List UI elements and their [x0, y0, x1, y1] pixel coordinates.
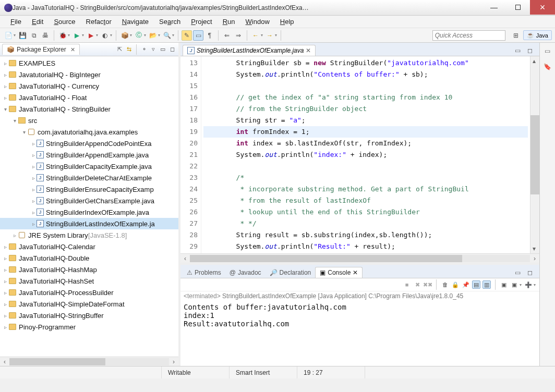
- tree-item[interactable]: ▾src: [0, 115, 178, 126]
- search-icon[interactable]: 🔍: [162, 30, 172, 41]
- tree-item[interactable]: ▹JavaTutorialHQ-ProcessBuilder: [0, 287, 178, 298]
- open-perspective-icon[interactable]: ⊞: [511, 30, 521, 41]
- annotation-prev-icon[interactable]: ⇐: [222, 30, 232, 41]
- run-icon[interactable]: ▶: [71, 30, 82, 41]
- tree-item[interactable]: ▾com.javatutorialhq.java.examples: [0, 126, 178, 138]
- twisty-icon[interactable]: ▾: [21, 129, 27, 135]
- twisty-icon[interactable]: ▹: [2, 95, 8, 101]
- menu-source[interactable]: Source: [49, 16, 80, 27]
- link-editor-icon[interactable]: ⇆: [125, 45, 133, 54]
- quick-access-input[interactable]: [432, 30, 505, 41]
- tab-declaration[interactable]: 🔎Declaration: [266, 267, 316, 278]
- twisty-icon[interactable]: ▹: [30, 152, 37, 158]
- tab-javadoc[interactable]: @Javadoc: [225, 267, 266, 278]
- menu-window[interactable]: Window: [240, 16, 275, 27]
- tree-item[interactable]: ▹JRE System Library [JavaSE-1.8]: [0, 229, 178, 241]
- tab-problems[interactable]: ⚠Problems: [183, 267, 225, 278]
- tree-item[interactable]: ▹StringBuilderEnsureCapacityExamp: [0, 183, 178, 195]
- twisty-icon[interactable]: ▹: [2, 278, 8, 284]
- tree-item[interactable]: ▹StringBuilderIndexOfExample.java: [0, 206, 178, 218]
- twisty-icon[interactable]: ▹: [2, 324, 8, 330]
- twisty-icon[interactable]: ▹: [11, 232, 18, 238]
- tree-item[interactable]: ▹JavaTutorialHQ - Currency: [0, 80, 178, 92]
- collapse-all-icon[interactable]: ⇱: [115, 45, 124, 54]
- tree-item[interactable]: ▹JavaTutorialHQ-SimpleDateFormat: [0, 298, 178, 310]
- menu-help[interactable]: Help: [275, 16, 299, 27]
- remove-all-icon[interactable]: ✖✖: [424, 280, 432, 289]
- save-all-icon[interactable]: ⧉: [29, 30, 39, 41]
- scroll-right-icon[interactable]: ›: [530, 255, 539, 262]
- twisty-icon[interactable]: ▹: [30, 221, 37, 227]
- twisty-icon[interactable]: ▹: [2, 72, 8, 78]
- minimize-view-icon[interactable]: ▭: [159, 45, 167, 54]
- twisty-icon[interactable]: ▹: [2, 255, 8, 261]
- annotation-next-icon[interactable]: ⇒: [233, 30, 244, 41]
- toggle-mark-icon[interactable]: ✎: [182, 30, 192, 41]
- toggle-block-icon[interactable]: ▭: [193, 30, 203, 41]
- scroll-left-icon[interactable]: ‹: [180, 255, 190, 262]
- tree-horizontal-scrollbar[interactable]: ‹ ›: [0, 357, 178, 366]
- twisty-icon[interactable]: ▹: [2, 83, 8, 89]
- save-icon[interactable]: 💾: [17, 30, 28, 41]
- show-stderr-icon[interactable]: ▥: [482, 280, 491, 289]
- tree-item[interactable]: ▹StringBuilderGetCharsExample.java: [0, 195, 178, 206]
- scroll-lock-icon[interactable]: 🔒: [451, 280, 460, 289]
- display-selected-icon[interactable]: ▣: [500, 280, 508, 289]
- maximize-editor-icon[interactable]: ◻: [525, 45, 535, 56]
- close-view-icon[interactable]: ✕: [70, 46, 75, 53]
- menu-edit[interactable]: Edit: [27, 16, 49, 27]
- twisty-icon[interactable]: ▹: [2, 301, 8, 307]
- show-stdout-icon[interactable]: ▤: [472, 280, 480, 289]
- close-editor-icon[interactable]: ✕: [306, 47, 311, 54]
- coverage-icon[interactable]: ◐: [100, 30, 110, 41]
- tree-item[interactable]: ▹JavaTutorialHQ - Float: [0, 92, 178, 103]
- open-console-icon[interactable]: ▣: [510, 280, 518, 289]
- new-icon[interactable]: 📄: [3, 30, 14, 41]
- editor-gutter[interactable]: 1314151617181920212223242526272829: [180, 56, 201, 253]
- close-button[interactable]: ×: [530, 0, 555, 15]
- package-explorer-tab[interactable]: 📦 Package Explorer ✕: [2, 44, 80, 55]
- tree-item[interactable]: ▹StringBuilderDeleteCharAtExample: [0, 172, 178, 183]
- minimize-button[interactable]: —: [482, 0, 506, 15]
- twisty-icon[interactable]: ▾: [11, 118, 18, 124]
- console-output[interactable]: Contents of buffer:javatutorialhq.com in…: [180, 301, 539, 366]
- menu-file[interactable]: File: [5, 16, 27, 27]
- remove-launch-icon[interactable]: ✖: [413, 280, 421, 289]
- tab-console[interactable]: ▣Console ✕: [315, 267, 363, 278]
- minimize-editor-icon[interactable]: ▭: [512, 45, 523, 56]
- maximize-button[interactable]: [506, 0, 530, 15]
- outline-view-icon[interactable]: 🔖: [542, 62, 553, 72]
- back-icon[interactable]: ←: [250, 30, 261, 41]
- pin-console-icon[interactable]: 📌: [462, 280, 470, 289]
- new-class-icon[interactable]: Ⓒ: [134, 30, 144, 41]
- twisty-icon[interactable]: ▹: [30, 187, 37, 192]
- new-console-icon[interactable]: ➕: [524, 280, 533, 289]
- package-explorer-tree[interactable]: ▹EXAMPLES▹JavatutorialHQ - BigInteger▹Ja…: [0, 56, 178, 357]
- scroll-right-icon[interactable]: ›: [169, 358, 178, 365]
- tree-item[interactable]: ▹JavaTutorialHQ-Double: [0, 252, 178, 264]
- run-last-icon[interactable]: ▶: [86, 30, 96, 41]
- menu-navigate[interactable]: Navigate: [117, 16, 154, 27]
- editor-horizontal-scrollbar[interactable]: ‹ ›: [180, 253, 539, 263]
- tree-item[interactable]: ▹StringBuilderAppendCodePointExa: [0, 138, 178, 149]
- twisty-icon[interactable]: ▹: [30, 198, 37, 204]
- restore-views-icon[interactable]: ▭: [542, 46, 553, 56]
- menu-run[interactable]: Run: [218, 16, 240, 27]
- focus-icon[interactable]: ⚬: [140, 45, 148, 54]
- tree-item[interactable]: ▹JavaTutorialHQ-Calendar: [0, 241, 178, 252]
- editor-vertical-scrollbar[interactable]: ▴▾: [530, 56, 539, 253]
- minimize-bottom-icon[interactable]: ▭: [512, 267, 523, 278]
- new-package-icon[interactable]: 📦: [119, 30, 130, 41]
- maximize-bottom-icon[interactable]: ◻: [525, 267, 535, 278]
- tree-item[interactable]: ▹JavaTutorialHQ-HashSet: [0, 275, 178, 287]
- tree-item[interactable]: ▹JavaTutorialHQ-StringBuffer: [0, 310, 178, 321]
- tree-item[interactable]: ▹Pinoy-Programmer: [0, 321, 178, 333]
- tree-item[interactable]: ▹JavaTutorialHQ-HashMap: [0, 264, 178, 275]
- editor-code[interactable]: StringBuilder sb = new StringBuilder("ja…: [201, 56, 530, 253]
- debug-icon[interactable]: 🐞: [57, 30, 68, 41]
- menu-refactor[interactable]: Refactor: [81, 16, 117, 27]
- right-trim-stack[interactable]: ▭ 🔖: [539, 43, 555, 366]
- tree-item[interactable]: ▹JavatutorialHQ - BigInteger: [0, 69, 178, 80]
- open-type-icon[interactable]: 📂: [148, 30, 158, 41]
- terminate-icon[interactable]: ■: [403, 280, 411, 289]
